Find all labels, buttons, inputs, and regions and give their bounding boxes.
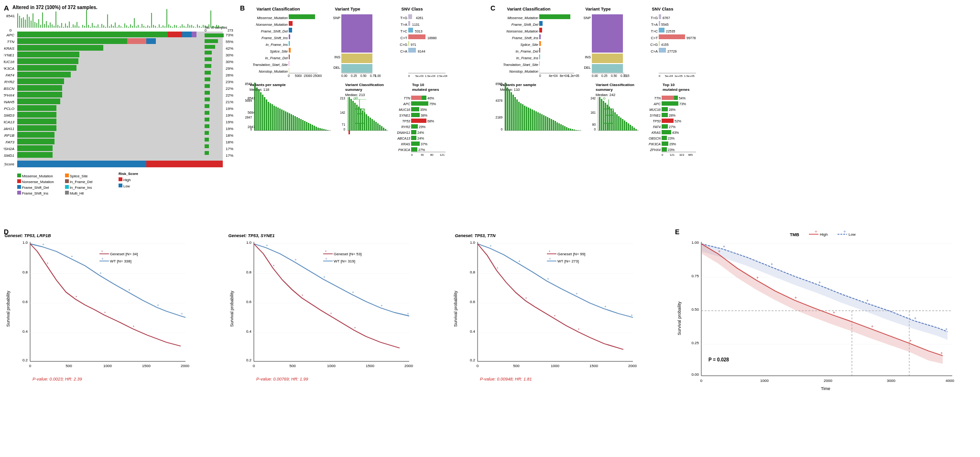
svg-text:24%: 24% bbox=[417, 131, 424, 134]
svg-text:OBSCN: OBSCN bbox=[649, 137, 661, 140]
svg-rect-316 bbox=[275, 107, 277, 131]
svg-rect-84 bbox=[174, 25, 175, 28]
svg-text:*: * bbox=[549, 250, 550, 254]
svg-text:+: + bbox=[71, 254, 73, 259]
svg-text:0.50: 0.50 bbox=[611, 74, 617, 77]
svg-text:323: 323 bbox=[679, 153, 685, 156]
svg-rect-48 bbox=[105, 27, 106, 28]
svg-text:T>A: T>A bbox=[651, 22, 658, 27]
svg-rect-67 bbox=[142, 24, 142, 28]
svg-rect-329 bbox=[300, 119, 302, 131]
svg-text:30%: 30% bbox=[226, 60, 233, 64]
svg-text:Variant Classification: Variant Classification bbox=[507, 7, 550, 11]
svg-rect-465 bbox=[659, 14, 661, 19]
svg-rect-336 bbox=[314, 126, 315, 131]
svg-rect-366 bbox=[360, 109, 361, 131]
svg-rect-555 bbox=[622, 119, 623, 131]
svg-rect-14 bbox=[40, 25, 41, 28]
svg-rect-497 bbox=[509, 90, 510, 131]
svg-text:*: * bbox=[578, 327, 579, 332]
svg-text:0.8: 0.8 bbox=[470, 270, 476, 274]
svg-text:52%: 52% bbox=[675, 120, 681, 123]
svg-text:C>G: C>G bbox=[400, 43, 407, 47]
svg-rect-79 bbox=[164, 26, 165, 28]
svg-rect-369 bbox=[366, 114, 367, 131]
svg-rect-51 bbox=[111, 24, 112, 28]
svg-text:Geneset [N= 99]: Geneset [N= 99] bbox=[557, 252, 585, 256]
svg-rect-333 bbox=[308, 123, 309, 131]
svg-text:Frame_Shift_Del: Frame_Shift_Del bbox=[261, 29, 288, 33]
svg-text:19%: 19% bbox=[226, 120, 233, 124]
svg-rect-27 bbox=[65, 23, 66, 28]
svg-text:+: + bbox=[99, 271, 102, 275]
svg-rect-412 bbox=[411, 136, 416, 140]
svg-text:18%: 18% bbox=[226, 140, 233, 144]
svg-rect-522 bbox=[556, 122, 558, 131]
svg-text:73%: 73% bbox=[226, 33, 233, 37]
svg-text:+: + bbox=[42, 242, 44, 247]
svg-text:2847: 2847 bbox=[245, 116, 252, 119]
svg-rect-342 bbox=[325, 130, 327, 131]
svg-rect-200 bbox=[205, 45, 215, 49]
svg-text:C>A: C>A bbox=[400, 49, 407, 54]
svg-rect-209 bbox=[205, 104, 209, 108]
svg-text:Splice_Site: Splice_Site bbox=[520, 43, 538, 47]
svg-rect-415 bbox=[411, 141, 420, 146]
svg-text:46%: 46% bbox=[427, 97, 434, 100]
svg-text:+: + bbox=[157, 303, 159, 307]
svg-rect-157 bbox=[60, 98, 223, 104]
svg-rect-455 bbox=[592, 54, 623, 63]
svg-rect-341 bbox=[323, 129, 325, 131]
svg-rect-193 bbox=[146, 161, 223, 167]
svg-rect-42 bbox=[94, 26, 95, 28]
svg-text:1.5e+05: 1.5e+05 bbox=[684, 75, 695, 77]
svg-text:+: + bbox=[833, 310, 835, 315]
svg-text:mutated genes: mutated genes bbox=[412, 87, 439, 92]
svg-rect-231 bbox=[65, 191, 69, 195]
svg-rect-496 bbox=[507, 87, 508, 131]
svg-text:OBSCN: OBSCN bbox=[4, 87, 14, 91]
svg-text:Nonsense_Mutation: Nonsense_Mutation bbox=[506, 29, 538, 33]
svg-rect-69 bbox=[145, 27, 146, 28]
svg-rect-530 bbox=[572, 129, 573, 131]
svg-rect-26 bbox=[63, 27, 64, 28]
svg-rect-549 bbox=[610, 109, 612, 131]
svg-rect-337 bbox=[316, 127, 317, 131]
svg-rect-41 bbox=[92, 23, 93, 28]
svg-text:APC: APC bbox=[403, 102, 411, 106]
svg-rect-90 bbox=[185, 27, 186, 28]
svg-text:161: 161 bbox=[590, 111, 596, 114]
svg-rect-378 bbox=[383, 128, 384, 131]
svg-text:0: 0 bbox=[250, 128, 252, 131]
svg-rect-516 bbox=[545, 116, 546, 131]
svg-rect-376 bbox=[379, 125, 381, 131]
svg-text:Nonstop_Mutation: Nonstop_Mutation bbox=[259, 69, 288, 74]
svg-text:0: 0 bbox=[288, 74, 290, 77]
svg-rect-306 bbox=[256, 87, 258, 131]
svg-rect-223 bbox=[17, 191, 21, 195]
svg-rect-144 bbox=[17, 78, 64, 84]
svg-text:1500: 1500 bbox=[589, 364, 598, 368]
svg-rect-499 bbox=[512, 95, 514, 131]
svg-rect-361 bbox=[350, 99, 352, 131]
svg-rect-309 bbox=[262, 95, 263, 131]
svg-text:22%: 22% bbox=[226, 87, 233, 91]
svg-rect-593 bbox=[662, 136, 667, 140]
svg-rect-34 bbox=[78, 26, 79, 28]
svg-rect-203 bbox=[205, 64, 211, 68]
svg-text:In_Frame_Del: In_Frame_Del bbox=[515, 49, 538, 54]
svg-rect-198 bbox=[205, 33, 224, 37]
svg-text:In_Frame_Del: In_Frame_Del bbox=[70, 180, 93, 184]
svg-text:+: + bbox=[940, 351, 943, 356]
svg-rect-145 bbox=[64, 78, 223, 84]
svg-text:+: + bbox=[381, 304, 383, 308]
svg-text:In_Frame_Ins: In_Frame_Ins bbox=[516, 56, 539, 60]
svg-text:Splice_Site: Splice_Site bbox=[70, 174, 88, 178]
svg-text:5694: 5694 bbox=[248, 111, 255, 114]
svg-text:0.25: 0.25 bbox=[691, 341, 699, 345]
svg-rect-317 bbox=[277, 108, 279, 131]
svg-text:142: 142 bbox=[340, 111, 345, 114]
svg-rect-212 bbox=[205, 124, 209, 128]
svg-rect-327 bbox=[296, 117, 298, 131]
svg-text:0: 0 bbox=[662, 153, 664, 156]
